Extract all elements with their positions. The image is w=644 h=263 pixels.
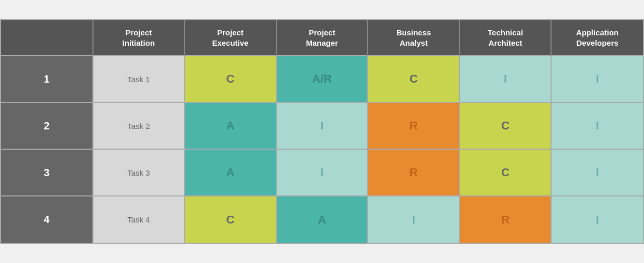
header-step (1, 20, 93, 56)
cell-application-developers: I (551, 196, 643, 243)
cell-project-manager: A (276, 196, 368, 243)
cell-project-manager: I (276, 149, 368, 196)
step-cell: 1 (1, 56, 93, 102)
table-row: 2Task 2AIRCI (1, 102, 643, 149)
cell-business-analyst: I (368, 196, 460, 243)
header-application-developers: ApplicationDevelopers (551, 20, 643, 56)
cell-project-manager: A/R (276, 56, 368, 102)
task-cell: Task 4 (93, 196, 185, 243)
header-project-initiation: ProjectInitiation (93, 20, 185, 56)
table-row: 4Task 4CAIRI (1, 196, 643, 243)
header-project-executive: ProjectExecutive (184, 20, 276, 56)
cell-technical-architect: R (460, 196, 552, 243)
cell-application-developers: I (551, 56, 643, 102)
header-project-manager: ProjectManager (276, 20, 368, 56)
cell-technical-architect: C (460, 102, 552, 149)
cell-project-executive: A (184, 102, 276, 149)
cell-project-executive: C (184, 56, 276, 102)
step-cell: 2 (1, 102, 93, 149)
cell-technical-architect: C (460, 149, 552, 196)
cell-project-executive: A (184, 149, 276, 196)
task-cell: Task 2 (93, 102, 185, 149)
raci-table-wrapper: ProjectInitiation ProjectExecutive Proje… (0, 19, 644, 244)
task-cell: Task 3 (93, 149, 185, 196)
cell-business-analyst: R (368, 102, 460, 149)
task-cell: Task 1 (93, 56, 185, 102)
step-cell: 4 (1, 196, 93, 243)
raci-table: ProjectInitiation ProjectExecutive Proje… (1, 20, 643, 243)
cell-application-developers: I (551, 102, 643, 149)
table-row: 1Task 1CA/RCII (1, 56, 643, 102)
cell-project-manager: I (276, 102, 368, 149)
cell-application-developers: I (551, 149, 643, 196)
header-technical-architect: TechnicalArchitect (460, 20, 552, 56)
cell-technical-architect: I (460, 56, 552, 102)
cell-business-analyst: R (368, 149, 460, 196)
header-business-analyst: BusinessAnalyst (368, 20, 460, 56)
cell-project-executive: C (184, 196, 276, 243)
table-row: 3Task 3AIRCI (1, 149, 643, 196)
step-cell: 3 (1, 149, 93, 196)
cell-business-analyst: C (368, 56, 460, 102)
